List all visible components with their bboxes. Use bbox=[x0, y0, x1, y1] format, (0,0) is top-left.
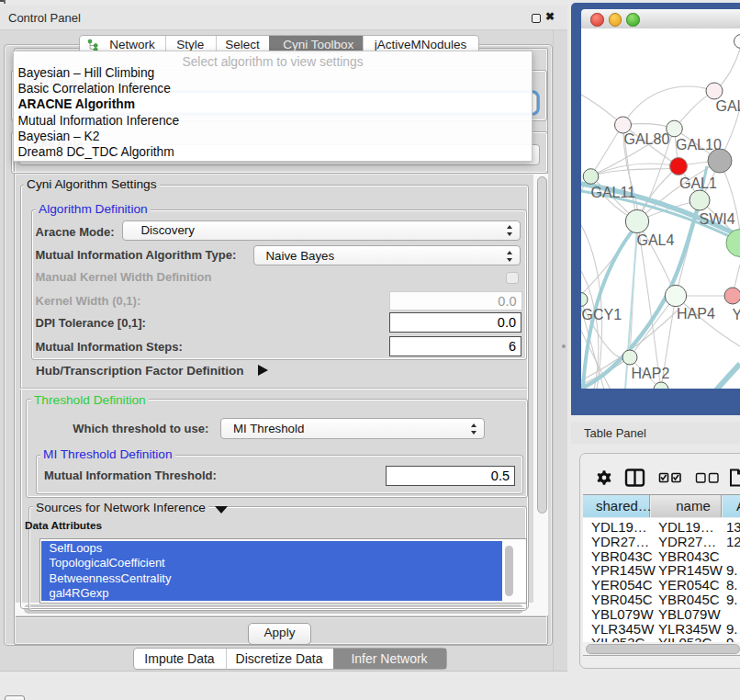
svg-text:HAP4: HAP4 bbox=[677, 306, 715, 322]
svg-text:SWI4: SWI4 bbox=[700, 211, 735, 227]
svg-text:GAL4: GAL4 bbox=[637, 232, 675, 248]
svg-text:GAL1: GAL1 bbox=[679, 175, 717, 191]
svg-text:GCY1: GCY1 bbox=[582, 307, 622, 322]
svg-text:GAL7: GAL7 bbox=[716, 98, 740, 114]
svg-text:GAL11: GAL11 bbox=[591, 185, 636, 200]
svg-text:GAL80: GAL80 bbox=[624, 131, 670, 147]
svg-text:GAL10: GAL10 bbox=[676, 137, 722, 152]
svg-text:HAP2: HAP2 bbox=[632, 366, 670, 381]
svg-text:YEL: YEL bbox=[733, 307, 740, 322]
